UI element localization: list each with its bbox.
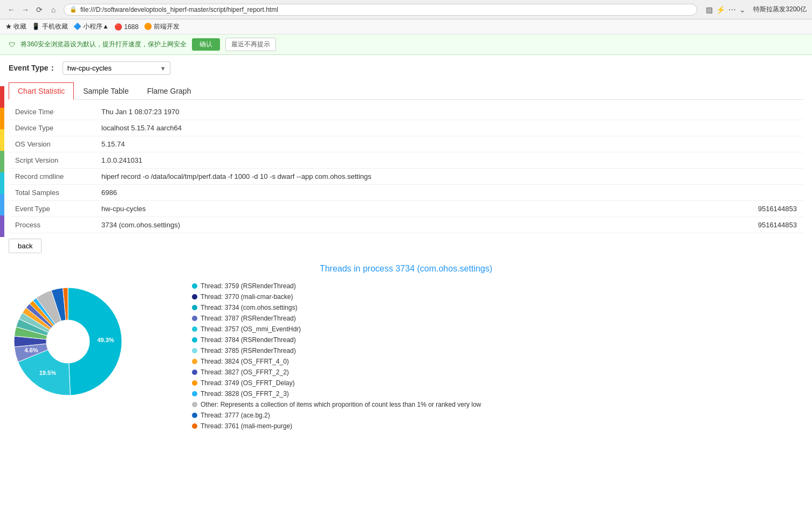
- table-row: OS Version 5.15.74: [9, 136, 803, 152]
- security-banner: 🛡 将360安全浏览器设为默认，提升打开速度，保护上网安全 确认 最近不再提示: [0, 34, 812, 55]
- bookmark-collections[interactable]: ★ 收藏: [5, 22, 26, 31]
- stat-value2: [693, 185, 803, 201]
- stat-key: Script Version: [9, 152, 95, 169]
- menu-button[interactable]: ⋯: [728, 5, 736, 14]
- legend-label: Thread: 3777 (ace.bg.2): [201, 412, 270, 419]
- list-item: Thread: 3824 (OS_FFRT_4_0): [192, 358, 481, 365]
- lightning-button[interactable]: ⚡: [716, 5, 725, 14]
- legend-label: Other: Represents a collection of items …: [201, 401, 481, 408]
- legend: Thread: 3759 (RSRenderThread) Thread: 37…: [192, 282, 481, 430]
- bookmarks-bar: ★ 收藏 📱 手机收藏 🔷 小程序▲ 🔴 1688 🟠 前端开发: [0, 19, 812, 34]
- stat-key: Event Type: [9, 201, 95, 217]
- stat-value2: [693, 120, 803, 136]
- pie-label: 4.6%: [25, 347, 38, 353]
- pie-label: 19.5%: [39, 370, 56, 376]
- table-row: Process 3734 (com.ohos.settings) 9516144…: [9, 217, 803, 233]
- legend-dot: [192, 316, 197, 321]
- legend-label: Thread: 3749 (OS_FFRT_Delay): [201, 379, 295, 387]
- lock-icon: 🔒: [70, 6, 77, 13]
- legend-label: Thread: 3828 (OS_FFRT_2_3): [201, 390, 289, 398]
- legend-dot: [192, 326, 197, 332]
- bookmark-frontend[interactable]: 🟠 前端开发: [144, 22, 180, 31]
- security-text: 将360安全浏览器设为默认，提升打开速度，保护上网安全: [20, 40, 187, 49]
- bookmark-mini-program[interactable]: 🔷 小程序▲: [73, 22, 109, 31]
- stat-value: 3734 (com.ohos.settings): [95, 217, 693, 233]
- main-content: Event Type： hw-cpu-cycles ▼ Chart Statis…: [0, 55, 812, 436]
- refresh-button[interactable]: ⟳: [33, 4, 45, 16]
- legend-dot: [192, 359, 197, 364]
- legend-dot: [192, 380, 197, 386]
- legend-label: Thread: 3827 (OS_FFRT_2_2): [201, 368, 289, 376]
- stat-key: OS Version: [9, 136, 95, 152]
- legend-dot: [192, 423, 197, 429]
- pie-label: 49.3%: [97, 337, 114, 343]
- left-bar: [0, 215, 4, 237]
- event-type-select-wrapper: hw-cpu-cycles ▼: [63, 61, 170, 75]
- tab-chart-statistic[interactable]: Chart Statistic: [9, 82, 74, 100]
- stats-table: Device Time Thu Jan 1 08:07:23 1970 Devi…: [9, 104, 803, 233]
- threads-section: Threads in process 3734 (com.ohos.settin…: [9, 264, 803, 430]
- event-type-label: Event Type：: [9, 64, 56, 73]
- table-row: Script Version 1.0.0.241031: [9, 152, 803, 169]
- table-row: Device Type localhost 5.15.74 aarch64: [9, 120, 803, 136]
- bookmark-mobile[interactable]: 📱 手机收藏: [32, 22, 67, 31]
- legend-dot: [192, 294, 197, 300]
- table-row: Record cmdline hiperf record -o /data/lo…: [9, 169, 803, 185]
- stat-key: Process: [9, 217, 95, 233]
- stat-value: 1.0.0.241031: [95, 152, 693, 169]
- legend-dot: [192, 305, 197, 310]
- stat-key: Device Type: [9, 120, 95, 136]
- stat-value: hw-cpu-cycles: [95, 201, 693, 217]
- legend-label: Thread: 3824 (OS_FFRT_4_0): [201, 358, 289, 365]
- back-nav-button[interactable]: ←: [5, 4, 17, 16]
- security-confirm-button[interactable]: 确认: [192, 38, 220, 51]
- extensions-button[interactable]: ▨: [706, 5, 713, 14]
- legend-label: Thread: 3784 (RSRenderThread): [201, 336, 296, 344]
- tab-flame-graph[interactable]: Flame Graph: [138, 82, 201, 100]
- left-decoration-bars: [0, 86, 4, 237]
- list-item: Thread: 3770 (mali-cmar-backe): [192, 293, 481, 301]
- legend-label: Thread: 3759 (RSRenderThread): [201, 282, 296, 290]
- legend-dot: [192, 413, 197, 418]
- home-button[interactable]: ⌂: [47, 4, 59, 16]
- stat-value: Thu Jan 1 08:07:23 1970: [95, 104, 693, 120]
- stat-key: Total Samples: [9, 185, 95, 201]
- tab-sample-table[interactable]: Sample Table: [74, 82, 138, 100]
- search-text: 特斯拉蒸发3200亿: [753, 5, 807, 14]
- list-item: Thread: 3777 (ace.bg.2): [192, 412, 481, 419]
- left-bar: [0, 86, 4, 108]
- list-item: Thread: 3785 (RSRenderThread): [192, 347, 481, 354]
- list-item: Thread: 3734 (com.ohos.settings): [192, 304, 481, 311]
- threads-title: Threads in process 3734 (com.ohos.settin…: [9, 264, 803, 274]
- chevron-button[interactable]: ⌄: [739, 5, 746, 14]
- list-item: Other: Represents a collection of items …: [192, 401, 481, 408]
- pie-chart-container: 49.3%19.5%4.6%: [9, 282, 170, 390]
- list-item: Thread: 3784 (RSRenderThread): [192, 336, 481, 344]
- tabs-bar: Chart Statistic Sample Table Flame Graph: [9, 82, 803, 100]
- security-dismiss-button[interactable]: 最近不再提示: [225, 38, 276, 51]
- chart-legend-row: 49.3%19.5%4.6% Thread: 3759 (RSRenderThr…: [9, 282, 803, 430]
- back-button[interactable]: back: [9, 239, 42, 253]
- bookmark-1688[interactable]: 🔴 1688: [114, 23, 139, 31]
- legend-dot: [192, 337, 197, 343]
- legend-dot: [192, 391, 197, 396]
- address-bar[interactable]: 🔒 file:///D:/software/developtools_hiper…: [64, 4, 697, 16]
- legend-dot: [192, 370, 197, 375]
- forward-nav-button[interactable]: →: [19, 4, 31, 16]
- shield-icon: 🛡: [9, 41, 15, 48]
- browser-bar: ← → ⟳ ⌂ 🔒 file:///D:/software/developtoo…: [0, 0, 812, 19]
- browser-right-icons: ▨ ⚡ ⋯ ⌄ 特斯拉蒸发3200亿: [706, 5, 807, 14]
- list-item: Thread: 3761 (mali-mem-purge): [192, 422, 481, 430]
- stat-value2: 9516144853: [693, 201, 803, 217]
- stat-value2: 9516144853: [693, 217, 803, 233]
- left-bar: [0, 108, 4, 129]
- left-bar: [0, 194, 4, 215]
- event-type-select[interactable]: hw-cpu-cycles: [63, 61, 170, 75]
- left-bar: [0, 172, 4, 194]
- url-text: file:///D:/software/developtools_hiperf-…: [80, 6, 278, 13]
- legend-label: Thread: 3785 (RSRenderThread): [201, 347, 296, 354]
- left-bar: [0, 151, 4, 172]
- event-type-row: Event Type： hw-cpu-cycles ▼: [9, 61, 803, 75]
- nav-buttons: ← → ⟳ ⌂: [5, 4, 59, 16]
- stat-value: 6986: [95, 185, 693, 201]
